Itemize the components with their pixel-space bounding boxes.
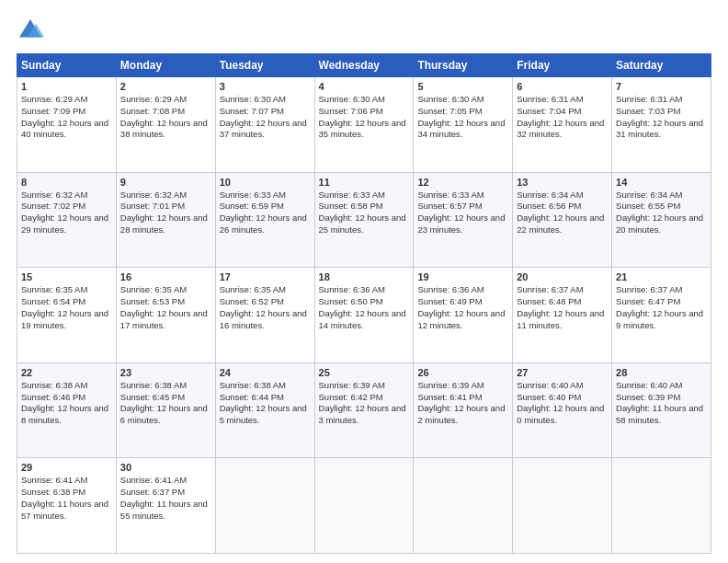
header-row: SundayMondayTuesdayWednesdayThursdayFrid… [17, 54, 711, 77]
sunrise-label: Sunrise: 6:37 AM [616, 284, 682, 294]
cell-content: Sunrise: 6:29 AM Sunset: 7:08 PM Dayligh… [120, 94, 211, 141]
cell-content: Sunrise: 6:34 AM Sunset: 6:56 PM Dayligh… [517, 190, 608, 236]
sunrise-label: Sunrise: 6:36 AM [417, 284, 483, 294]
day-number: 30 [120, 462, 211, 473]
cell-content: Sunrise: 6:40 AM Sunset: 6:39 PM Dayligh… [616, 380, 707, 427]
cell-content: Sunrise: 6:33 AM Sunset: 6:58 PM Dayligh… [319, 190, 410, 236]
daylight-label: Daylight: 12 hours and 31 minutes. [616, 118, 703, 140]
daylight-label: Daylight: 12 hours and 11 minutes. [517, 308, 604, 330]
daylight-label: Daylight: 12 hours and 37 minutes. [220, 118, 307, 140]
calendar-cell: 3 Sunrise: 6:30 AM Sunset: 7:07 PM Dayli… [215, 77, 314, 173]
calendar-cell: 24 Sunrise: 6:38 AM Sunset: 6:44 PM Dayl… [215, 362, 314, 458]
calendar-cell: 26 Sunrise: 6:39 AM Sunset: 6:41 PM Dayl… [414, 362, 513, 458]
sunset-label: Sunset: 6:57 PM [417, 201, 482, 211]
sunset-label: Sunset: 6:59 PM [220, 201, 284, 211]
calendar-cell: 7 Sunrise: 6:31 AM Sunset: 7:03 PM Dayli… [612, 77, 711, 173]
calendar-cell [414, 458, 513, 554]
daylight-label: Daylight: 12 hours and 38 minutes. [120, 118, 208, 140]
daylight-label: Daylight: 12 hours and 9 minutes. [616, 308, 703, 330]
cell-content: Sunrise: 6:35 AM Sunset: 6:53 PM Dayligh… [120, 284, 211, 331]
sunrise-label: Sunrise: 6:34 AM [517, 190, 583, 200]
daylight-label: Daylight: 11 hours and 58 minutes. [616, 403, 703, 425]
daylight-label: Daylight: 11 hours and 57 minutes. [21, 499, 108, 521]
calendar-cell: 5 Sunrise: 6:30 AM Sunset: 7:05 PM Dayli… [414, 77, 513, 173]
calendar-cell: 23 Sunrise: 6:38 AM Sunset: 6:45 PM Dayl… [116, 362, 215, 458]
sunset-label: Sunset: 7:01 PM [120, 201, 185, 211]
sunset-label: Sunset: 6:56 PM [517, 201, 581, 211]
calendar-cell: 11 Sunrise: 6:33 AM Sunset: 6:58 PM Dayl… [314, 172, 414, 268]
daylight-label: Daylight: 12 hours and 2 minutes. [417, 403, 505, 425]
calendar-cell: 25 Sunrise: 6:39 AM Sunset: 6:42 PM Dayl… [314, 362, 414, 458]
cell-content: Sunrise: 6:30 AM Sunset: 7:06 PM Dayligh… [319, 94, 410, 141]
logo [17, 17, 48, 44]
sunrise-label: Sunrise: 6:39 AM [417, 380, 483, 390]
day-number: 13 [517, 177, 608, 188]
calendar-cell: 13 Sunrise: 6:34 AM Sunset: 6:56 PM Dayl… [513, 172, 612, 268]
sunset-label: Sunset: 6:44 PM [220, 392, 284, 402]
calendar-cell: 14 Sunrise: 6:34 AM Sunset: 6:55 PM Dayl… [612, 172, 711, 268]
calendar-cell [513, 458, 612, 554]
daylight-label: Daylight: 12 hours and 23 minutes. [417, 213, 505, 235]
calendar-cell: 1 Sunrise: 6:29 AM Sunset: 7:09 PM Dayli… [17, 77, 117, 173]
sunrise-label: Sunrise: 6:30 AM [319, 94, 385, 104]
day-number: 2 [120, 81, 211, 92]
cell-content: Sunrise: 6:38 AM Sunset: 6:46 PM Dayligh… [21, 380, 112, 427]
sunset-label: Sunset: 6:38 PM [21, 487, 85, 497]
sunrise-label: Sunrise: 6:35 AM [120, 284, 187, 294]
sunrise-label: Sunrise: 6:33 AM [417, 190, 483, 200]
sunrise-label: Sunrise: 6:40 AM [616, 380, 682, 390]
sunset-label: Sunset: 6:58 PM [319, 201, 383, 211]
calendar-header: SundayMondayTuesdayWednesdayThursdayFrid… [17, 54, 711, 77]
sunset-label: Sunset: 6:52 PM [220, 296, 284, 306]
sunrise-label: Sunrise: 6:33 AM [220, 190, 286, 200]
cell-content: Sunrise: 6:36 AM Sunset: 6:50 PM Dayligh… [319, 284, 410, 331]
day-number: 8 [21, 177, 112, 188]
cell-content: Sunrise: 6:34 AM Sunset: 6:55 PM Dayligh… [616, 190, 707, 236]
cell-content: Sunrise: 6:31 AM Sunset: 7:03 PM Dayligh… [616, 94, 707, 141]
daylight-label: Daylight: 12 hours and 3 minutes. [319, 403, 406, 425]
daylight-label: Daylight: 12 hours and 5 minutes. [220, 403, 307, 425]
header [17, 17, 711, 44]
day-number: 4 [319, 81, 410, 92]
header-cell-monday: Monday [116, 54, 215, 77]
sunrise-label: Sunrise: 6:38 AM [220, 380, 286, 390]
sunset-label: Sunset: 6:40 PM [517, 392, 581, 402]
page: SundayMondayTuesdayWednesdayThursdayFrid… [0, 0, 728, 563]
day-number: 28 [616, 367, 707, 378]
calendar-cell: 15 Sunrise: 6:35 AM Sunset: 6:54 PM Dayl… [17, 268, 117, 363]
daylight-label: Daylight: 12 hours and 16 minutes. [220, 308, 307, 330]
cell-content: Sunrise: 6:30 AM Sunset: 7:07 PM Dayligh… [220, 94, 311, 141]
sunrise-label: Sunrise: 6:37 AM [517, 284, 583, 294]
week-row-1: 1 Sunrise: 6:29 AM Sunset: 7:09 PM Dayli… [17, 77, 711, 173]
cell-content: Sunrise: 6:33 AM Sunset: 6:57 PM Dayligh… [417, 190, 508, 236]
cell-content: Sunrise: 6:40 AM Sunset: 6:40 PM Dayligh… [517, 380, 608, 427]
day-number: 14 [616, 177, 707, 188]
sunrise-label: Sunrise: 6:32 AM [21, 190, 87, 200]
calendar-cell: 18 Sunrise: 6:36 AM Sunset: 6:50 PM Dayl… [314, 268, 414, 363]
calendar-cell: 20 Sunrise: 6:37 AM Sunset: 6:48 PM Dayl… [513, 268, 612, 363]
sunset-label: Sunset: 6:55 PM [616, 201, 680, 211]
day-number: 16 [120, 271, 211, 282]
day-number: 12 [417, 177, 508, 188]
cell-content: Sunrise: 6:31 AM Sunset: 7:04 PM Dayligh… [517, 94, 608, 141]
week-row-2: 8 Sunrise: 6:32 AM Sunset: 7:02 PM Dayli… [17, 172, 711, 268]
day-number: 3 [220, 81, 311, 92]
sunrise-label: Sunrise: 6:31 AM [517, 94, 583, 104]
sunrise-label: Sunrise: 6:41 AM [120, 475, 187, 485]
day-number: 7 [616, 81, 707, 92]
day-number: 20 [517, 271, 608, 282]
cell-content: Sunrise: 6:38 AM Sunset: 6:44 PM Dayligh… [220, 380, 311, 427]
daylight-label: Daylight: 12 hours and 40 minutes. [21, 118, 108, 140]
day-number: 1 [21, 81, 112, 92]
daylight-label: Daylight: 12 hours and 8 minutes. [21, 403, 108, 425]
calendar-cell: 19 Sunrise: 6:36 AM Sunset: 6:49 PM Dayl… [414, 268, 513, 363]
daylight-label: Daylight: 12 hours and 20 minutes. [616, 213, 703, 235]
cell-content: Sunrise: 6:39 AM Sunset: 6:41 PM Dayligh… [417, 380, 508, 427]
cell-content: Sunrise: 6:37 AM Sunset: 6:48 PM Dayligh… [517, 284, 608, 331]
cell-content: Sunrise: 6:39 AM Sunset: 6:42 PM Dayligh… [319, 380, 410, 427]
cell-content: Sunrise: 6:37 AM Sunset: 6:47 PM Dayligh… [616, 284, 707, 331]
header-cell-saturday: Saturday [612, 54, 711, 77]
day-number: 11 [319, 177, 410, 188]
cell-content: Sunrise: 6:35 AM Sunset: 6:52 PM Dayligh… [220, 284, 311, 331]
sunrise-label: Sunrise: 6:30 AM [417, 94, 483, 104]
